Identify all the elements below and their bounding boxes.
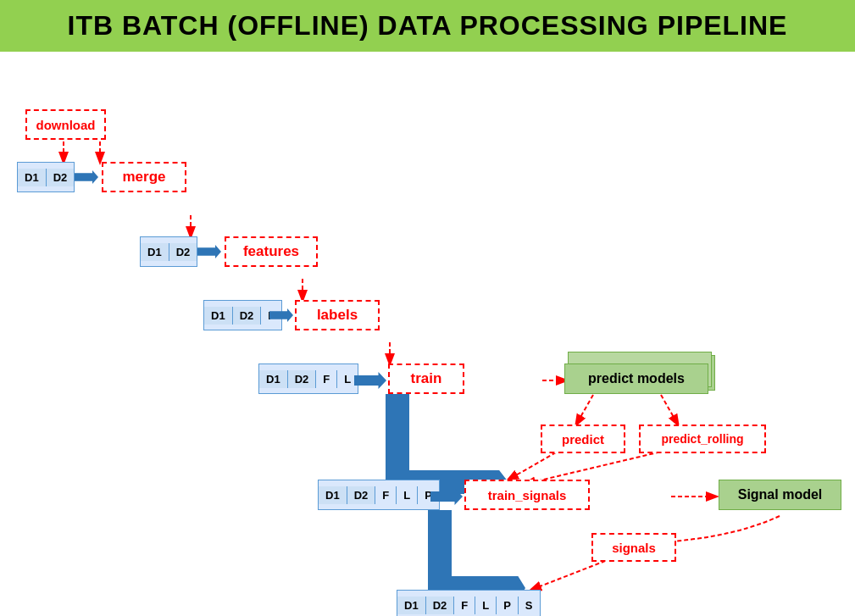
row2-d2: D2 [169,243,197,261]
large-arrow-vertical-2 [428,510,452,576]
row5-f: F [375,486,397,504]
row6-p: P [497,597,519,614]
row5-l: L [397,486,418,504]
signal-model-box: Signal model [719,480,841,510]
features-box: features [225,236,318,267]
row2-d1: D1 [141,243,169,261]
svg-line-11 [531,558,612,590]
predict-models-box: predict models [564,363,708,394]
download-box: download [25,109,106,140]
train-signals-box: train_signals [464,480,590,510]
row1-d2: D2 [47,169,75,186]
row1-data-box: D1 D2 [17,162,75,192]
signals-box: signals [591,533,676,562]
row3-d1: D1 [204,307,233,325]
row5-data-box: D1 D2 F L P [318,480,440,510]
svg-line-7 [661,395,678,425]
diagram: download D1 D2 merge D1 D2 features D1 D… [0,52,855,608]
row6-data-box: D1 D2 F L P S [397,590,541,616]
merge-box: merge [102,162,186,192]
train-box: train [388,363,464,394]
predict-box: predict [541,425,625,453]
row4-d2: D2 [288,370,317,388]
row6-l: L [475,597,497,614]
row4-f: F [316,370,337,388]
arrow-row4-train [354,372,386,389]
row6-s: S [519,597,540,614]
row6-d1: D1 [397,597,426,614]
row2-data-box: D1 D2 [140,236,197,267]
arrow-row1-merge [75,170,98,184]
header: ITB BATCH (OFFLINE) DATA PROCESSING PIPE… [0,0,855,52]
row4-data-box: D1 D2 F L [258,363,358,394]
predict-rolling-box: predict_rolling [639,425,766,453]
row5-d1: D1 [319,486,347,504]
large-arrow-vertical-1 [386,394,409,470]
svg-line-6 [576,395,593,425]
row6-d2: D2 [426,597,455,614]
labels-box: labels [295,300,380,330]
row5-d2: D2 [347,486,376,504]
arrow-row2-features [197,245,221,258]
row3-d2: D2 [233,307,262,325]
row1-d1: D1 [18,169,47,186]
row4-d1: D1 [259,370,288,388]
page-title: ITB BATCH (OFFLINE) DATA PROCESSING PIPE… [0,10,855,42]
row6-f: F [454,597,475,614]
